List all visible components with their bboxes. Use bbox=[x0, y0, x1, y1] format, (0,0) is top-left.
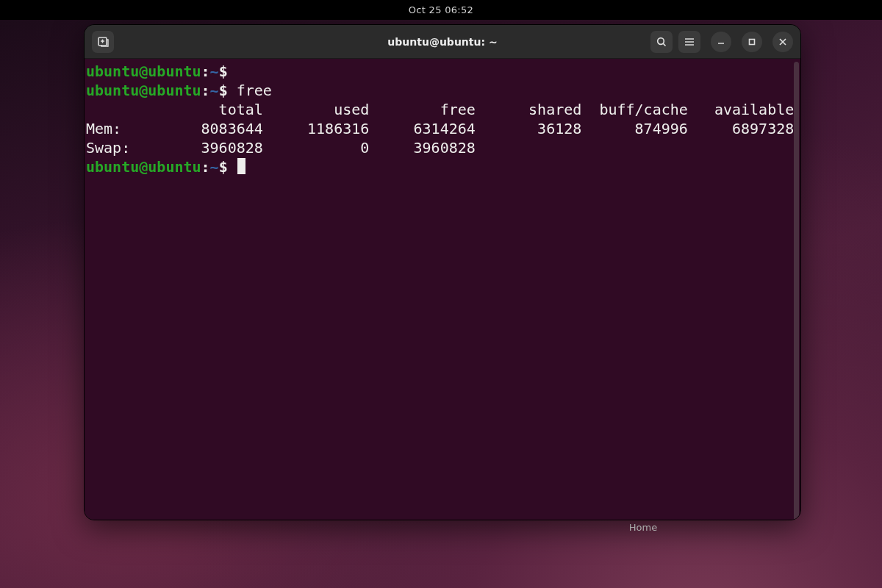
prompt-path: ~ bbox=[210, 158, 219, 176]
prompt-dollar: $ bbox=[219, 158, 228, 176]
desktop-icon-label: Home bbox=[617, 522, 669, 533]
menu-button[interactable] bbox=[678, 31, 700, 53]
prompt-dollar: $ bbox=[219, 62, 228, 80]
svg-rect-2 bbox=[750, 39, 755, 44]
prompt-host: ubuntu bbox=[148, 82, 201, 99]
prompt-colon: : bbox=[201, 82, 210, 99]
prompt-user: ubuntu bbox=[86, 158, 139, 176]
prompt-dollar: $ bbox=[219, 82, 228, 99]
prompt-at: @ bbox=[139, 158, 148, 176]
search-button[interactable] bbox=[650, 31, 673, 53]
clock-label[interactable]: Oct 25 06:52 bbox=[409, 4, 473, 15]
svg-point-1 bbox=[658, 37, 664, 44]
prompt-path: ~ bbox=[210, 62, 219, 80]
scrollbar[interactable] bbox=[794, 62, 799, 520]
desktop-wallpaper: Oct 25 06:52 Home ubuntu@ubuntu: ~ bbox=[0, 0, 882, 588]
prompt-path: ~ bbox=[210, 82, 219, 99]
maximize-button[interactable] bbox=[742, 32, 762, 52]
hamburger-icon bbox=[684, 36, 695, 48]
prompt-user: ubuntu bbox=[86, 82, 139, 99]
free-swap-row: Swap: 3960828 0 3960828 bbox=[86, 139, 476, 157]
prompt-at: @ bbox=[139, 62, 148, 80]
prompt-user: ubuntu bbox=[86, 62, 139, 80]
free-mem-row: Mem: 8083644 1186316 6314264 36128 87499… bbox=[86, 120, 794, 137]
terminal-titlebar[interactable]: ubuntu@ubuntu: ~ bbox=[85, 25, 800, 59]
prompt-host: ubuntu bbox=[148, 62, 201, 80]
close-icon bbox=[778, 37, 787, 46]
terminal-cursor bbox=[237, 158, 245, 174]
minimize-icon bbox=[717, 37, 725, 46]
search-icon bbox=[656, 36, 667, 48]
new-tab-button[interactable] bbox=[92, 31, 114, 53]
prompt-at: @ bbox=[139, 82, 148, 99]
maximize-icon bbox=[747, 37, 756, 46]
terminal-body[interactable]: ubuntu@ubuntu:~$ ubuntu@ubuntu:~$ free t… bbox=[85, 59, 800, 520]
prompt-host: ubuntu bbox=[148, 158, 201, 176]
terminal-window: ubuntu@ubuntu: ~ bbox=[84, 24, 801, 520]
free-header-row: total used free shared buff/cache availa… bbox=[86, 101, 794, 118]
prompt-colon: : bbox=[201, 62, 210, 80]
prompt-colon: : bbox=[201, 158, 210, 176]
gnome-top-bar[interactable]: Oct 25 06:52 bbox=[0, 0, 882, 20]
minimize-button[interactable] bbox=[711, 32, 731, 52]
close-button[interactable] bbox=[772, 32, 793, 52]
command-free: free bbox=[228, 82, 272, 99]
new-tab-icon bbox=[97, 35, 110, 48]
